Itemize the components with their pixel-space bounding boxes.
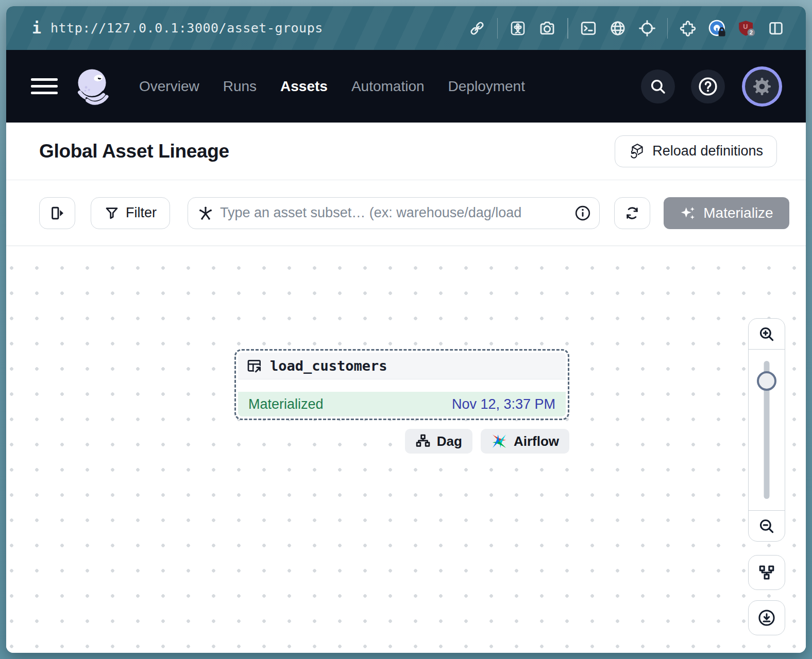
asset-node-name: load_customers [270, 358, 387, 374]
asset-graph-icon [197, 205, 214, 221]
crosshair-icon[interactable] [638, 19, 656, 38]
filter-funnel-icon [104, 205, 120, 221]
asset-node-load-customers[interactable]: load_customers Materialized Nov 12, 3:37… [234, 349, 569, 420]
zoom-out-button[interactable] [749, 510, 785, 541]
asset-status-timestamp[interactable]: Nov 12, 3:37 PM [452, 396, 555, 412]
dagster-octopus-logo[interactable] [72, 65, 114, 108]
puzzle-icon[interactable] [679, 19, 697, 38]
hamburger-menu-icon[interactable] [31, 74, 58, 98]
reload-definitions-button[interactable]: Reload definitions [615, 135, 777, 167]
download-icon [757, 609, 776, 627]
toggle-sidebar-button[interactable] [39, 197, 75, 229]
tag-airflow[interactable]: Airflow [481, 429, 569, 454]
refresh-icon [624, 205, 640, 221]
materialize-label: Materialize [703, 205, 773, 221]
reload-cube-icon [629, 143, 646, 160]
tag-airflow-label: Airflow [514, 433, 559, 449]
nav-item-deployment[interactable]: Deployment [448, 78, 525, 95]
lineage-toolbar: Filter Type an asset subset… (ex: wareho… [6, 180, 806, 246]
settings-button[interactable] [745, 70, 779, 103]
lineage-canvas[interactable]: load_customers Materialized Nov 12, 3:37… [6, 246, 806, 653]
page-header: Global Asset Lineage Reload definitions [6, 123, 806, 180]
nav-links: Overview Runs Assets Automation Deployme… [139, 78, 525, 95]
terminal-icon[interactable] [579, 19, 598, 38]
panel-expand-icon [49, 205, 65, 221]
nav-item-assets[interactable]: Assets [280, 78, 328, 95]
search-button[interactable] [641, 70, 675, 103]
asset-table-icon [246, 358, 263, 374]
nav-item-overview[interactable]: Overview [139, 78, 199, 95]
toolbar-separator [567, 18, 568, 39]
asset-node-status-row: Materialized Nov 12, 3:37 PM [238, 392, 566, 417]
dag-hierarchy-icon [415, 433, 431, 449]
zoom-out-icon [758, 517, 775, 535]
help-button[interactable] [691, 70, 725, 103]
address-bar[interactable]: http://127.0.0.1:3000/asset-groups [50, 21, 323, 36]
asset-node-body [238, 379, 566, 392]
zoom-in-button[interactable] [749, 319, 785, 350]
nav-item-automation[interactable]: Automation [351, 78, 425, 95]
filter-label: Filter [126, 205, 157, 221]
asset-node-header: load_customers [238, 353, 566, 379]
zoom-control-panel [748, 318, 785, 542]
info-icon[interactable] [574, 205, 591, 221]
download-view-button[interactable] [748, 600, 785, 635]
browser-toolbar: i http://127.0.0.1:3000/asset-groups [6, 6, 806, 50]
toolbar-separator [667, 18, 668, 39]
asset-node-tags: Dag Airflow [6, 429, 569, 454]
sparkles-icon [680, 204, 697, 222]
refresh-button[interactable] [614, 197, 650, 229]
toolbar-separator [497, 18, 498, 39]
flower-photo-icon[interactable] [509, 19, 527, 38]
asset-subset-input[interactable]: Type an asset subset… (ex: warehouse/dag… [188, 197, 600, 229]
filter-button[interactable]: Filter [91, 197, 170, 229]
page-title: Global Asset Lineage [39, 141, 229, 162]
rearrange-layout-button[interactable] [748, 555, 785, 590]
materialize-button[interactable]: Materialize [664, 197, 789, 229]
reload-definitions-label: Reload definitions [652, 143, 763, 159]
zoom-in-icon [758, 325, 775, 343]
asset-status-label: Materialized [248, 396, 324, 412]
zoom-slider[interactable] [749, 350, 785, 510]
search-icon [649, 78, 667, 95]
browser-window: i http://127.0.0.1:3000/asset-groups [6, 6, 806, 653]
help-icon [698, 77, 718, 96]
arrange-tree-icon [758, 564, 775, 581]
tag-dag[interactable]: Dag [405, 429, 472, 454]
link-icon[interactable] [468, 19, 486, 38]
globe-icon[interactable] [608, 19, 627, 38]
zoom-slider-handle[interactable] [757, 371, 776, 391]
page-info-icon[interactable]: i [29, 19, 44, 37]
settings-gear-icon [752, 76, 772, 97]
airflow-pinwheel-icon [491, 433, 508, 449]
nav-item-runs[interactable]: Runs [223, 78, 257, 95]
svg-text:2: 2 [750, 29, 753, 35]
asset-subset-placeholder: Type an asset subset… (ex: warehouse/dag… [220, 205, 568, 221]
shield-icon[interactable]: U 2 [737, 19, 756, 38]
password-manager-icon[interactable] [708, 19, 726, 38]
camera-icon[interactable] [538, 19, 556, 38]
svg-text:U: U [743, 23, 748, 30]
app-nav-bar: Overview Runs Assets Automation Deployme… [6, 50, 806, 123]
tag-dag-label: Dag [437, 433, 462, 449]
sidebar-toggle-icon[interactable] [767, 19, 785, 38]
